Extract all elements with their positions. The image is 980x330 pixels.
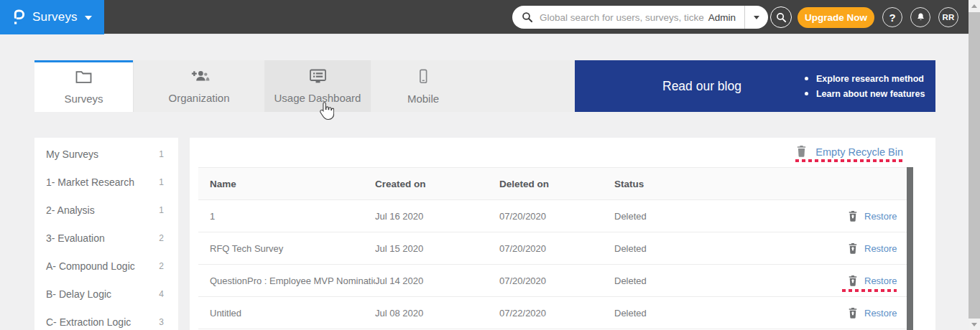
survey-name: Untitled <box>210 308 375 319</box>
product-menu-label: Surveys <box>32 10 78 24</box>
browser-scrollbar[interactable] <box>969 0 980 330</box>
restore-button[interactable]: Restore <box>848 275 909 286</box>
table-row: QuestionPro : Employee MVP Nomination Ju… <box>198 265 907 297</box>
restore-label: Restore <box>864 243 897 254</box>
table-row: Untitled Jul 08 2020 07/22/2020 Deleted … <box>198 297 907 329</box>
workspace-tabs: Surveys Organization <box>34 60 935 112</box>
deleted-on: 07/22/2020 <box>499 308 614 319</box>
created-on: Jul 14 2020 <box>375 275 499 286</box>
sidebar-item-evaluation[interactable]: 3- Evaluation 2 <box>34 224 178 252</box>
bullet-dot-icon <box>805 92 808 95</box>
folders-sidebar: My Surveys 1 1- Market Research 1 2- Ana… <box>34 138 178 330</box>
sidebar-item-delay-logic[interactable]: B- Delay Logic 4 <box>34 280 178 308</box>
arrow-up-icon <box>971 4 977 8</box>
column-header-created: Created on <box>375 179 499 189</box>
bullet-dot-icon <box>805 77 808 80</box>
notifications-button[interactable] <box>910 7 930 27</box>
tutorial-highlight-underline <box>795 159 905 162</box>
survey-name: RFQ Tech Survey <box>210 243 375 254</box>
person-add-icon <box>189 69 210 87</box>
upgrade-now-button[interactable]: Upgrade Now <box>798 7 874 28</box>
help-button[interactable]: ? <box>882 7 902 27</box>
deleted-on: 07/20/2020 <box>499 211 614 222</box>
banner-bullet-list: Explore research method Learn about new … <box>805 74 925 99</box>
search-input[interactable] <box>540 12 704 23</box>
sidebar-item-count: 3 <box>159 317 164 327</box>
search-icon <box>522 11 533 23</box>
product-switcher[interactable]: Surveys <box>0 0 104 34</box>
folder-icon <box>75 70 93 88</box>
trash-icon <box>796 145 807 160</box>
sidebar-item-count: 1 <box>159 149 164 159</box>
sidebar-item-extraction-logic[interactable]: C- Extraction Logic 3 <box>34 308 178 330</box>
search-scope-dropdown[interactable] <box>745 6 768 29</box>
deleted-on: 07/20/2020 <box>499 275 614 286</box>
status-label: Deleted <box>614 243 848 254</box>
recycle-bin-panel: Empty Recycle Bin Name Created on Delete… <box>190 138 935 330</box>
deleted-surveys-table: Name Created on Deleted on Status 1 Jul … <box>198 167 907 329</box>
smartphone-icon <box>415 68 431 88</box>
deleted-on: 07/20/2020 <box>499 243 614 254</box>
tab-surveys[interactable]: Surveys <box>34 60 133 112</box>
restore-label: Restore <box>864 308 897 319</box>
search-submit-button[interactable] <box>770 6 792 28</box>
user-avatar[interactable]: RR <box>938 7 958 27</box>
column-header-status: Status <box>614 179 848 189</box>
empty-recycle-bin-label: Empty Recycle Bin <box>815 146 903 158</box>
restore-label: Restore <box>864 211 897 222</box>
search-icon <box>776 12 787 23</box>
sidebar-item-my-surveys[interactable]: My Surveys 1 <box>34 140 178 168</box>
sidebar-item-label: C- Extraction Logic <box>46 316 131 328</box>
survey-name: 1 <box>210 211 375 222</box>
status-label: Deleted <box>614 211 848 222</box>
sidebar-item-compound-logic[interactable]: A- Compound Logic 2 <box>34 252 178 280</box>
tab-label: Usage Dashboard <box>274 92 361 104</box>
sidebar-item-label: 1- Market Research <box>46 176 134 188</box>
tab-organization[interactable]: Organization <box>133 60 264 112</box>
questionpro-logo-icon <box>11 9 25 27</box>
sidebar-item-count: 1 <box>159 205 164 215</box>
restore-button[interactable]: Restore <box>848 242 909 254</box>
table-header-row: Name Created on Deleted on Status <box>198 167 907 200</box>
sidebar-item-analysis[interactable]: 2- Analysis 1 <box>34 196 178 224</box>
avatar-initials: RR <box>942 13 954 22</box>
top-bar: Surveys Admin Upgrade Now ? RR <box>0 0 969 34</box>
restore-button[interactable]: Restore <box>848 210 909 222</box>
restore-button[interactable]: Restore <box>848 307 909 319</box>
sidebar-item-count: 4 <box>159 289 164 299</box>
sidebar-item-count: 2 <box>159 233 164 243</box>
chevron-down-icon <box>85 16 92 20</box>
sidebar-item-label: 3- Evaluation <box>46 232 105 244</box>
table-row: RFQ Tech Survey Jul 15 2020 07/20/2020 D… <box>198 232 907 265</box>
sidebar-item-count: 1 <box>159 177 164 187</box>
tab-label: Surveys <box>64 93 103 105</box>
tabstrip-filler <box>476 60 575 112</box>
search-scope-label: Admin <box>704 12 744 23</box>
table-row: 1 Jul 16 2020 07/20/2020 Deleted Restore <box>198 200 907 232</box>
sidebar-item-market-research[interactable]: 1- Market Research 1 <box>34 168 178 196</box>
sidebar-item-label: 2- Analysis <box>46 204 95 216</box>
banner-bullet-item: Explore research method <box>805 74 925 84</box>
chevron-down-icon <box>754 16 759 19</box>
status-label: Deleted <box>614 275 848 286</box>
scrollbar-thumb[interactable] <box>969 12 980 319</box>
banner-bullet-label: Learn about new features <box>816 89 925 99</box>
tutorial-highlight-underline <box>842 289 897 292</box>
scroll-up-button[interactable] <box>969 0 980 11</box>
tab-mobile[interactable]: Mobile <box>371 60 476 112</box>
app-window: Surveys Admin Upgrade Now ? RR S <box>0 0 980 330</box>
restore-trash-icon <box>848 242 858 254</box>
blog-promo-banner[interactable]: Read our blog Explore research method Le… <box>575 60 935 112</box>
sidebar-item-label: B- Delay Logic <box>46 288 111 300</box>
banner-bullet-label: Explore research method <box>816 74 924 84</box>
banner-bullet-item: Learn about new features <box>805 89 925 99</box>
banner-title[interactable]: Read our blog <box>662 79 741 94</box>
tab-usage-dashboard[interactable]: Usage Dashboard <box>264 60 371 112</box>
global-search: Admin <box>512 6 768 29</box>
restore-trash-icon <box>848 307 858 319</box>
table-scrollbar-thumb[interactable] <box>907 167 913 330</box>
created-on: Jul 15 2020 <box>375 243 499 254</box>
restore-trash-icon <box>848 210 858 222</box>
tab-label: Organization <box>168 92 229 104</box>
scroll-down-button[interactable] <box>969 319 980 330</box>
